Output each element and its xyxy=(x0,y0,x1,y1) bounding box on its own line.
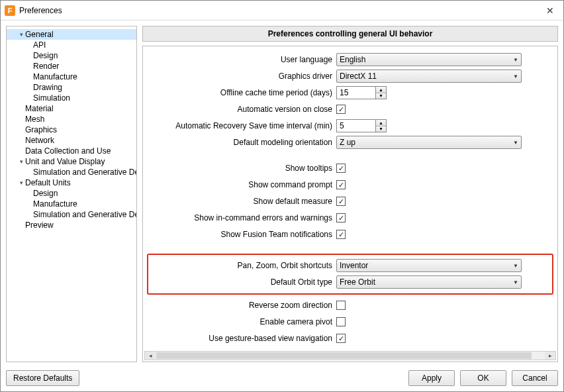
panel-title: Preferences controlling general UI behav… xyxy=(142,26,558,42)
row-reverse-zoom: Reverse zoom direction xyxy=(147,297,553,313)
tree-label: Manufacture xyxy=(33,72,77,81)
tree-item-general[interactable]: ▾ General xyxy=(7,29,136,40)
tree-label: Data Collection and Use xyxy=(25,146,111,156)
tree-item-design[interactable]: Design xyxy=(7,50,136,61)
tree-label: Material xyxy=(25,104,54,113)
dropdown-pan-zoom-orbit[interactable]: Inventor ▼ xyxy=(336,259,522,272)
row-camera-pivot: Enable camera pivot xyxy=(147,314,553,330)
scroll-thumb[interactable] xyxy=(156,352,532,359)
checkbox-reverse-zoom[interactable] xyxy=(336,301,346,310)
tree-label: Design xyxy=(33,51,58,60)
tree-item-default-units[interactable]: ▾ Default Units xyxy=(7,177,136,188)
tree-item-du-simgen[interactable]: Simulation and Generative Design xyxy=(7,209,136,220)
row-default-orbit: Default Orbit type Free Orbit ▼ xyxy=(150,274,551,290)
apply-button[interactable]: Apply xyxy=(408,370,455,386)
chevron-down-icon: ▼ xyxy=(513,263,518,269)
tree-item-network[interactable]: Network xyxy=(7,135,136,146)
tree-item-render[interactable]: Render xyxy=(7,61,136,72)
spin-down-icon[interactable]: ▼ xyxy=(376,93,386,99)
row-show-incmd-errors: Show in-command errors and warnings ✓ xyxy=(147,210,553,226)
checkbox-gesture-nav[interactable]: ✓ xyxy=(336,334,346,343)
tree-item-manufacture[interactable]: Manufacture xyxy=(7,72,136,82)
row-show-tooltips: Show tooltips ✓ xyxy=(147,160,553,176)
window-title: Preferences xyxy=(19,6,537,15)
dropdown-default-orientation[interactable]: Z up ▼ xyxy=(336,136,522,149)
checkbox-show-tooltips[interactable]: ✓ xyxy=(336,164,346,173)
row-pan-zoom-orbit: Pan, Zoom, Orbit shortcuts Inventor ▼ xyxy=(150,258,551,273)
checkbox-show-default-measure[interactable]: ✓ xyxy=(336,197,346,206)
nav-tree[interactable]: ▾ General API Design Render Manufacture … xyxy=(6,26,137,362)
footer-bar: Restore Defaults Apply OK Cancel xyxy=(1,368,563,391)
label-camera-pivot: Enable camera pivot xyxy=(147,317,336,326)
tree-label: Manufacture xyxy=(33,199,77,209)
dropdown-default-orbit[interactable]: Free Orbit ▼ xyxy=(336,275,522,289)
tree-label: Render xyxy=(33,62,59,71)
chevron-down-icon: ▼ xyxy=(513,57,518,63)
tree-item-unit-value[interactable]: ▾ Unit and Value Display xyxy=(7,156,136,167)
ok-button[interactable]: OK xyxy=(460,370,506,386)
tree-item-drawing[interactable]: Drawing xyxy=(7,82,136,93)
row-user-language: User language English ▼ xyxy=(147,52,553,68)
caret-down-icon: ▾ xyxy=(17,158,25,165)
spin-up-icon[interactable]: ▲ xyxy=(376,120,386,126)
label-show-tooltips: Show tooltips xyxy=(147,164,336,173)
tree-label: Preview xyxy=(25,220,54,230)
restore-defaults-button[interactable]: Restore Defaults xyxy=(6,370,79,386)
tree-item-du-manufacture[interactable]: Manufacture xyxy=(7,199,136,209)
scroll-track[interactable] xyxy=(156,352,545,360)
close-icon: ✕ xyxy=(546,5,554,16)
tree-item-data-collection[interactable]: Data Collection and Use xyxy=(7,146,136,156)
input-auto-recovery[interactable] xyxy=(336,119,376,132)
scroll-right-icon[interactable]: ▸ xyxy=(545,352,555,360)
spin-down-icon[interactable]: ▼ xyxy=(376,126,386,132)
spin-up-icon[interactable]: ▲ xyxy=(376,87,386,93)
tree-label: Graphics xyxy=(25,125,57,134)
app-icon: F xyxy=(5,5,15,16)
row-auto-version: Automatic version on close ✓ xyxy=(147,101,553,117)
row-graphics-driver: Graphics driver DirectX 11 ▼ xyxy=(147,68,553,84)
chevron-down-icon: ▼ xyxy=(513,74,518,79)
checkbox-show-cmd-prompt[interactable]: ✓ xyxy=(336,180,346,189)
dropdown-value: DirectX 11 xyxy=(340,72,377,81)
spinner-auto-recovery[interactable]: ▲ ▼ xyxy=(336,119,387,132)
checkbox-auto-version[interactable]: ✓ xyxy=(336,105,346,114)
dropdown-value: Free Orbit xyxy=(340,277,375,287)
tree-item-simulation[interactable]: Simulation xyxy=(7,93,136,103)
tree-item-du-design[interactable]: Design xyxy=(7,188,136,199)
dropdown-user-language[interactable]: English ▼ xyxy=(336,53,522,66)
horizontal-scrollbar[interactable]: ◂ ▸ xyxy=(144,351,556,360)
checkbox-camera-pivot[interactable] xyxy=(336,317,346,326)
row-show-cmd-prompt: Show command prompt ✓ xyxy=(147,177,553,193)
checkbox-show-incmd-errors[interactable]: ✓ xyxy=(336,213,346,222)
tree-label: Mesh xyxy=(25,115,44,124)
label-auto-version: Automatic version on close xyxy=(147,105,336,114)
dropdown-value: Inventor xyxy=(340,261,368,270)
tree-label: Simulation and Generative Design xyxy=(33,210,137,219)
cancel-button[interactable]: Cancel xyxy=(512,370,558,386)
tree-item-uv-simgen[interactable]: Simulation and Generative Design xyxy=(7,167,136,177)
scroll-left-icon[interactable]: ◂ xyxy=(145,352,156,360)
close-button[interactable]: ✕ xyxy=(537,1,563,21)
row-show-default-measure: Show default measure ✓ xyxy=(147,193,553,209)
tree-item-graphics[interactable]: Graphics xyxy=(7,124,136,135)
tree-label: Design xyxy=(33,189,58,198)
input-offline-cache[interactable] xyxy=(336,86,376,99)
row-auto-recovery: Automatic Recovery Save time interval (m… xyxy=(147,118,553,134)
label-reverse-zoom: Reverse zoom direction xyxy=(147,301,336,310)
preferences-window: F Preferences ✕ ▾ General API Design Ren… xyxy=(0,0,564,392)
caret-down-icon: ▾ xyxy=(17,179,25,186)
dropdown-value: Z up xyxy=(340,138,355,147)
tree-item-mesh[interactable]: Mesh xyxy=(7,114,136,124)
checkbox-show-fusion-team[interactable]: ✓ xyxy=(336,230,346,239)
row-gesture-nav: Use gesture-based view navigation ✓ xyxy=(147,330,553,346)
dropdown-graphics-driver[interactable]: DirectX 11 ▼ xyxy=(336,70,522,83)
dropdown-value: English xyxy=(340,55,365,64)
tree-item-api[interactable]: API xyxy=(7,40,136,50)
label-show-incmd-errors: Show in-command errors and warnings xyxy=(147,213,336,222)
tree-item-preview[interactable]: Preview xyxy=(7,220,136,230)
tree-item-material[interactable]: Material xyxy=(7,103,136,114)
spinner-offline-cache[interactable]: ▲ ▼ xyxy=(336,86,387,99)
label-gesture-nav: Use gesture-based view navigation xyxy=(147,334,336,343)
tree-label: Default Units xyxy=(25,178,71,187)
label-show-fusion-team: Show Fusion Team notifications xyxy=(147,230,336,239)
